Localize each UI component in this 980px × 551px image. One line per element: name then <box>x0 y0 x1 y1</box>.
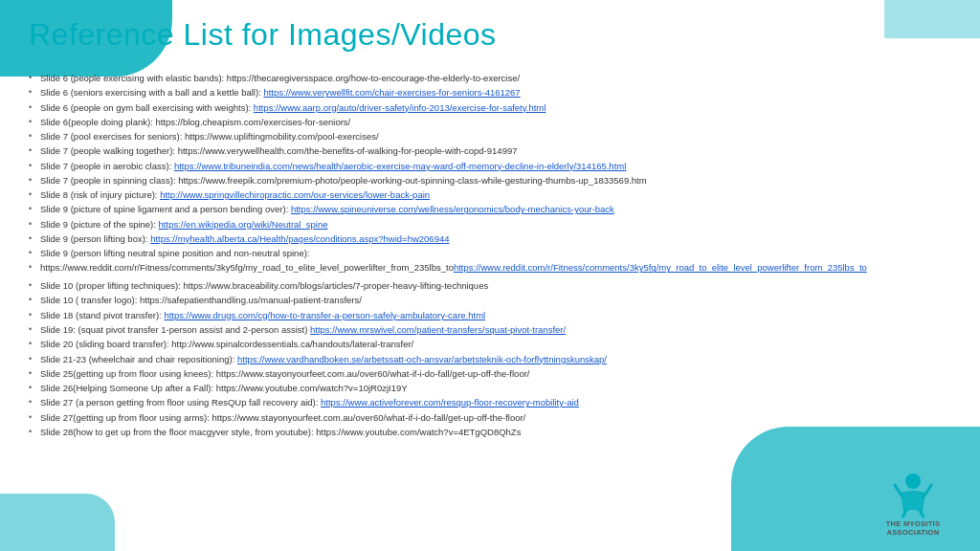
ref-link[interactable]: http://www.springvillechiropractic.com/o… <box>160 189 430 200</box>
list-item: Slide 10 ( transfer logo): https://safep… <box>27 294 961 307</box>
list-item: Slide 9 (person lifting box): https://my… <box>27 232 961 246</box>
list-item: Slide 28(how to get up from the floor ma… <box>27 426 961 439</box>
content-area: Slide 6 (people exercising with elastic … <box>27 72 961 532</box>
ref-link[interactable]: https://www.drugs.com/cg/how-to-transfer… <box>164 310 485 320</box>
ref-link[interactable]: https://www.tribuneindia.com/news/health… <box>174 161 626 171</box>
logo-text: THE MYOSITIS ASSOCIATION <box>860 519 966 537</box>
ref-text: Slide 8 (risk of injury picture): <box>40 189 160 200</box>
list-item: Slide 19: (squat pivot transfer 1-person… <box>27 323 961 337</box>
list-item: Slide 7 (pool exercises for seniors): ht… <box>27 130 961 143</box>
list-item: Slide 7 (people in aerobic class): https… <box>27 160 961 173</box>
ref-text: https://www.reddit.com/r/Fitness/comment… <box>40 262 454 273</box>
page-title: Reference List for Images/Videos <box>29 17 497 53</box>
ref-text: Slide 27 (a person getting from floor us… <box>40 397 321 408</box>
reference-list: Slide 6 (people exercising with elastic … <box>27 72 961 439</box>
list-item: Slide 6(people doing plank): https://blo… <box>27 116 961 129</box>
ref-link[interactable]: https://en.wikipedia.org/wiki/Neutral_sp… <box>159 219 328 230</box>
ref-link[interactable]: https://www.reddit.com/r/Fitness/comment… <box>454 262 867 273</box>
list-item: Slide 9 (person lifting neutral spine po… <box>27 247 961 260</box>
logo-container: THE MYOSITIS ASSOCIATION <box>860 468 966 540</box>
bg-decoration-top-right <box>884 0 980 38</box>
list-item: Slide 9 (picture of spine ligament and a… <box>27 203 961 216</box>
ref-text: Slide 21-23 (wheelchair and chair reposi… <box>40 354 237 364</box>
ref-link[interactable]: https://myhealth.alberta.ca/Health/pages… <box>150 233 449 244</box>
list-item: Slide 27(getting up from floor using arm… <box>27 411 961 425</box>
ref-link[interactable]: https://www.mrswivel.com/patient-transfe… <box>310 324 566 335</box>
list-item: Slide 25(getting up from floor using kne… <box>27 367 961 381</box>
list-item: Slide 7 (people in spinning class): http… <box>27 174 961 187</box>
ref-text: Slide 18 (stand pivot transfer): <box>40 310 164 320</box>
ref-link[interactable]: https://www.spineuniverse.com/wellness/e… <box>291 204 614 214</box>
ref-text: Slide 9 (picture of the spine): <box>40 219 159 230</box>
list-item: Slide 10 (proper lifting techniques): ht… <box>27 279 961 293</box>
list-item: https://www.reddit.com/r/Fitness/comment… <box>27 261 961 275</box>
myositis-logo-icon <box>889 472 937 518</box>
ref-text: Slide 19: (squat pivot transfer 1-person… <box>40 324 310 335</box>
ref-text: Slide 9 (picture of spine ligament and a… <box>40 204 291 214</box>
svg-point-0 <box>905 474 921 489</box>
list-item: Slide 6 (people on gym ball exercising w… <box>27 101 961 115</box>
list-item: Slide 21-23 (wheelchair and chair reposi… <box>27 353 961 366</box>
list-item: Slide 6 (people exercising with elastic … <box>27 72 961 85</box>
ref-link[interactable]: https://www.aarp.org/auto/driver-safety/… <box>254 102 546 113</box>
list-item: Slide 6 (seniors exercising with a ball … <box>27 86 961 99</box>
list-item: Slide 8 (risk of injury picture): http:/… <box>27 188 961 202</box>
ref-text: Slide 7 (people in aerobic class): <box>40 161 174 171</box>
ref-link[interactable]: https://www.verywellfit.com/chair-exerci… <box>263 87 520 98</box>
ref-text: Slide 6 (people on gym ball exercising w… <box>40 102 254 113</box>
list-item: Slide 7 (people walking together): https… <box>27 144 961 158</box>
list-item: Slide 26(Helping Someone Up after a Fall… <box>27 382 961 395</box>
ref-text: Slide 6 (seniors exercising with a ball … <box>40 87 263 98</box>
ref-link[interactable]: https://www.activeforever.com/resqup-flo… <box>321 397 579 408</box>
ref-link[interactable]: https://www.vardhandboken.se/arbetssatt-… <box>237 354 607 364</box>
ref-text: Slide 9 (person lifting box): <box>40 233 150 244</box>
list-item: Slide 27 (a person getting from floor us… <box>27 396 961 409</box>
list-item: Slide 18 (stand pivot transfer): https:/… <box>27 309 961 322</box>
list-item: Slide 20 (sliding board transfer): http:… <box>27 338 961 351</box>
list-item: Slide 9 (picture of the spine): https://… <box>27 218 961 231</box>
